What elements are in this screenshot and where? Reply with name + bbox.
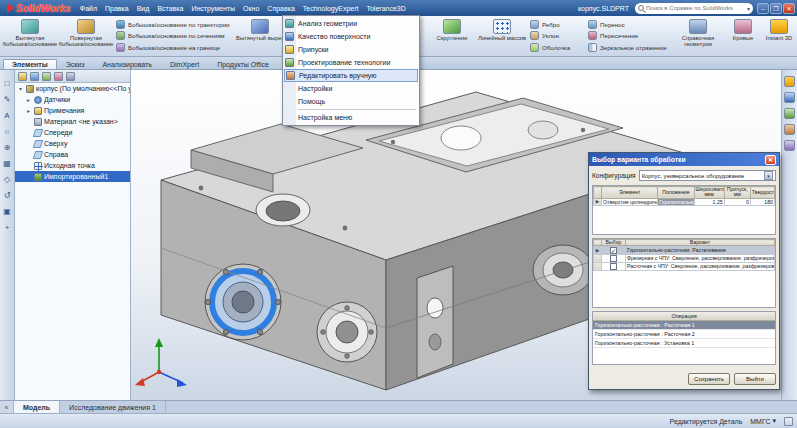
circle-tool-icon[interactable]: ○ <box>2 126 13 137</box>
variant-row[interactable]: Фрезерная с ЧПУ: Сверление, рассверливан… <box>594 254 775 262</box>
row-selector-icon[interactable]: ▶ <box>594 198 602 205</box>
variant-row[interactable]: ▶ ✓ Горизонтально-расточная: Растачивани… <box>594 246 775 254</box>
feature-allowance-cell[interactable]: 0 <box>724 198 750 205</box>
tab-motion-study[interactable]: Исследование движения 1 <box>60 401 166 413</box>
tree-collapse-icon[interactable]: ▾ <box>17 85 24 92</box>
tree-item-annotations[interactable]: ▸ Примечания <box>15 105 130 116</box>
section-tool-icon[interactable]: ▣ <box>2 206 13 217</box>
boundary-boss-button[interactable]: Бобышка/основание на границе <box>116 43 232 52</box>
operation-row[interactable]: Горизонтально-расточная : Установка 1 <box>593 339 775 348</box>
menu-file[interactable]: Файл <box>76 4 101 13</box>
sketch-tool-icon[interactable]: ✎ <box>2 94 13 105</box>
shell-button[interactable]: Оболочка <box>530 43 584 52</box>
operation-row[interactable]: Горизонтально-расточная : Расточная 1 <box>593 321 775 330</box>
revolved-boss-button[interactable]: Повернутая бобышка/основание <box>58 17 114 55</box>
menu-technologyexpert[interactable]: TechnologyExpert <box>299 4 363 13</box>
model-hole[interactable] <box>199 186 204 191</box>
units-chevron-icon[interactable]: ▾ <box>772 417 776 425</box>
add-tool-icon[interactable]: + <box>2 222 13 233</box>
task-pane-appearances-icon[interactable] <box>784 124 795 135</box>
feature-manager-tab-icon[interactable] <box>18 72 27 81</box>
menu-item-process-design[interactable]: Проектирование технологии <box>284 56 418 69</box>
variant-checkbox-checked[interactable]: ✓ <box>610 247 617 254</box>
mirror-button[interactable]: Зеркальное отражение <box>588 43 668 52</box>
rib-button[interactable]: Ребро <box>530 20 584 29</box>
status-pane-icon[interactable] <box>784 417 793 426</box>
menu-item-settings[interactable]: Настройки <box>284 82 418 95</box>
feature-table-row[interactable]: ▶ Отверстие цилиндрическое Горизонтально… <box>594 198 775 205</box>
dialog-close-button[interactable]: ✕ <box>765 155 776 165</box>
property-manager-tab-icon[interactable] <box>30 72 39 81</box>
save-button[interactable]: Сохранить <box>688 373 730 385</box>
task-pane-resources-icon[interactable] <box>784 76 795 87</box>
tree-item-origin[interactable]: Исходная точка <box>15 160 130 171</box>
tree-expand-icon[interactable]: ▸ <box>25 96 32 103</box>
task-pane-file-explorer-icon[interactable] <box>784 108 795 119</box>
task-pane-design-library-icon[interactable] <box>784 92 795 103</box>
tab-features[interactable]: Элементы <box>3 59 57 69</box>
menu-item-allowances[interactable]: Припуски <box>284 43 418 56</box>
menu-help[interactable]: Справка <box>263 4 298 13</box>
menu-item-help[interactable]: Помощь <box>284 95 418 108</box>
variant-checkbox[interactable] <box>610 263 617 270</box>
bore-blue-highlight[interactable] <box>205 264 281 340</box>
tree-item-imported[interactable]: Импортированный1 <box>15 171 130 182</box>
dimxpert-manager-tab-icon[interactable] <box>54 72 63 81</box>
move-button[interactable]: Перенос <box>588 20 668 29</box>
menu-edit[interactable]: Правка <box>101 4 133 13</box>
tree-root-part[interactable]: ▾ корпус (По умолчанию<<По у... <box>15 83 130 94</box>
extruded-cut-button[interactable]: Вытянутый вырез <box>234 17 286 55</box>
tab-sketch[interactable]: Эскиз <box>57 59 94 69</box>
menu-tolerance3d[interactable]: Tolerance3D <box>362 4 409 13</box>
annotation-tool-icon[interactable]: A <box>2 110 13 121</box>
model-lug[interactable] <box>417 266 453 378</box>
model-bolt-hole[interactable] <box>391 140 395 144</box>
tree-item-material[interactable]: Материал <не указан> <box>15 116 130 127</box>
tab-dimxpert[interactable]: DimXpert <box>161 59 208 69</box>
lofted-boss-button[interactable]: Бобышка/основание по сечениям <box>116 31 232 40</box>
tab-evaluate[interactable]: Анализировать <box>93 59 161 69</box>
rotate-tool-icon[interactable]: ↺ <box>2 190 13 201</box>
variant-label[interactable]: Горизонтально-расточная: Растачивание <box>626 246 775 254</box>
reference-geometry-button[interactable]: Справочная геометрия <box>670 17 726 55</box>
configuration-select[interactable]: Корпус, универсальное оборудование ▾ <box>639 170 776 181</box>
minimize-button[interactable]: – <box>757 3 769 14</box>
variant-checkbox[interactable] <box>610 255 617 262</box>
model-counterbore[interactable] <box>266 201 300 221</box>
feature-roughness-cell[interactable]: 1,25 <box>694 198 724 205</box>
draft-button[interactable]: Уклон <box>530 31 584 40</box>
menu-item-customize-menu[interactable]: Настройка меню <box>284 111 418 124</box>
menu-window[interactable]: Окно <box>239 4 263 13</box>
menu-item-edit-manually[interactable]: Редактировать вручную <box>284 69 418 82</box>
variant-row[interactable]: Расточная с ЧПУ: Сверление, рассверливан… <box>594 262 775 270</box>
tree-item-sensors[interactable]: ▸ Датчики <box>15 94 130 105</box>
select-tool-icon[interactable]: □ <box>2 78 13 89</box>
variant-label[interactable]: Расточная с ЧПУ: Сверление, рассверливан… <box>626 262 775 270</box>
menu-tools[interactable]: Инструменты <box>187 4 239 13</box>
extruded-boss-button[interactable]: Вытянутая бобышка/основание <box>2 17 58 55</box>
model-hole[interactable] <box>343 226 348 231</box>
variant-label[interactable]: Фрезерная с ЧПУ: Сверление, рассверливан… <box>626 254 775 262</box>
exit-button[interactable]: Выйти <box>734 373 776 385</box>
feature-element-cell[interactable]: Отверстие цилиндрическое <box>602 198 658 205</box>
feature-position-cell[interactable]: Горизонтальное <box>658 198 694 205</box>
model-pocket-bore-2[interactable] <box>528 121 558 139</box>
menu-item-surface-quality[interactable]: Качество поверхности <box>284 30 418 43</box>
display-manager-tab-icon[interactable] <box>66 72 75 81</box>
menu-item-geometry-analysis[interactable]: Анализ геометрии <box>284 17 418 30</box>
grid-tool-icon[interactable]: ▦ <box>2 158 13 169</box>
fillet-button[interactable]: Скругление <box>428 17 476 55</box>
close-button[interactable]: ✕ <box>783 3 795 14</box>
tree-expand-icon[interactable]: ▸ <box>25 107 32 114</box>
tab-model[interactable]: Модель <box>14 401 60 413</box>
menu-insert[interactable]: Вставка <box>153 4 187 13</box>
task-pane-custom-properties-icon[interactable] <box>784 140 795 151</box>
tree-item-front-plane[interactable]: Спереди <box>15 127 130 138</box>
model-pocket-bore-1[interactable] <box>441 126 481 150</box>
model-front-flange[interactable] <box>317 302 377 362</box>
tree-item-right-plane[interactable]: Справа <box>15 149 130 160</box>
operation-row[interactable]: Горизонтально-расточная : Расточная 2 <box>593 330 775 339</box>
help-search-box[interactable]: ▾ <box>635 3 753 14</box>
menu-view[interactable]: Вид <box>133 4 154 13</box>
scroll-tabs-button[interactable]: « <box>0 401 14 413</box>
